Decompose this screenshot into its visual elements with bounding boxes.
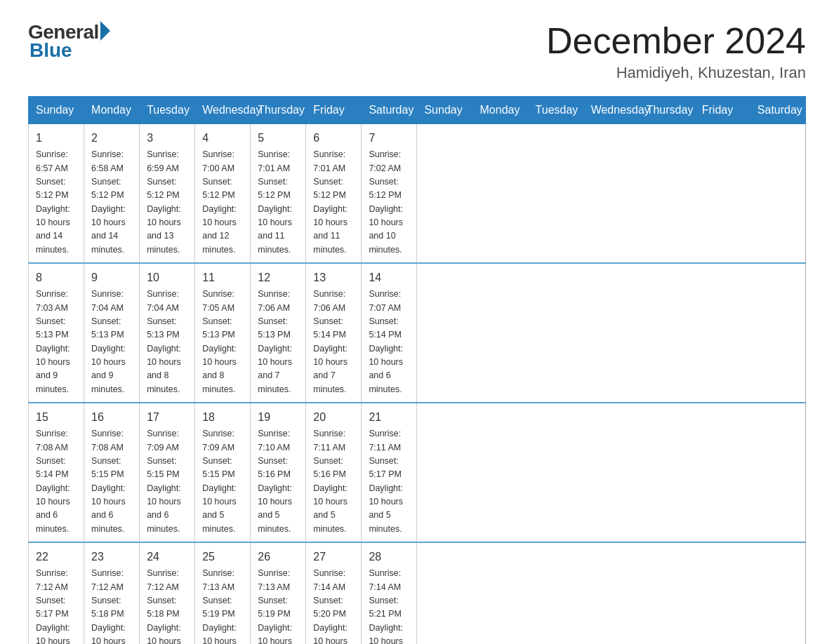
day-number: 10 xyxy=(147,269,187,286)
day-info: Sunrise: 7:13 AMSunset: 5:19 PMDaylight:… xyxy=(258,567,298,644)
day-number: 5 xyxy=(258,130,298,147)
calendar-cell: 3Sunrise: 6:59 AMSunset: 5:12 PMDaylight… xyxy=(140,124,195,264)
day-info: Sunrise: 6:58 AMSunset: 5:12 PMDaylight:… xyxy=(91,148,132,257)
calendar-cell: 15Sunrise: 7:08 AMSunset: 5:14 PMDayligh… xyxy=(29,403,84,542)
day-number: 24 xyxy=(147,549,187,565)
calendar-cell: 12Sunrise: 7:06 AMSunset: 5:13 PMDayligh… xyxy=(251,263,306,403)
day-info: Sunrise: 7:01 AMSunset: 5:12 PMDaylight:… xyxy=(258,148,298,257)
day-number: 25 xyxy=(202,549,243,565)
day-info: Sunrise: 7:04 AMSunset: 5:13 PMDaylight:… xyxy=(91,288,132,396)
day-number: 19 xyxy=(258,409,298,426)
day-info: Sunrise: 7:01 AMSunset: 5:12 PMDaylight:… xyxy=(313,148,354,257)
day-number: 9 xyxy=(91,269,132,286)
day-info: Sunrise: 7:10 AMSunset: 5:16 PMDaylight:… xyxy=(258,427,298,536)
day-info: Sunrise: 7:04 AMSunset: 5:13 PMDaylight:… xyxy=(147,288,187,396)
header-tuesday: Tuesday xyxy=(140,97,195,124)
day-info: Sunrise: 7:14 AMSunset: 5:20 PMDaylight:… xyxy=(313,567,354,644)
day-number: 6 xyxy=(313,130,354,147)
day-number: 18 xyxy=(202,409,243,426)
logo-arrow-icon xyxy=(100,21,110,41)
day-info: Sunrise: 7:12 AMSunset: 5:18 PMDaylight:… xyxy=(91,567,132,644)
calendar-cell: 25Sunrise: 7:13 AMSunset: 5:19 PMDayligh… xyxy=(195,542,251,644)
calendar-header-row: SundayMondayTuesdayWednesdayThursdayFrid… xyxy=(29,97,806,124)
calendar-cell: 11Sunrise: 7:05 AMSunset: 5:13 PMDayligh… xyxy=(195,263,251,403)
calendar-cell: 26Sunrise: 7:13 AMSunset: 5:19 PMDayligh… xyxy=(251,542,306,644)
col-header-thursday: Thursday xyxy=(639,97,694,124)
calendar-cell: 5Sunrise: 7:01 AMSunset: 5:12 PMDaylight… xyxy=(251,124,306,264)
header-saturday: Saturday xyxy=(362,97,417,124)
day-number: 14 xyxy=(369,269,409,286)
calendar-cell: 20Sunrise: 7:11 AMSunset: 5:16 PMDayligh… xyxy=(306,403,362,542)
day-info: Sunrise: 7:06 AMSunset: 5:13 PMDaylight:… xyxy=(258,288,298,396)
calendar-cell: 28Sunrise: 7:14 AMSunset: 5:21 PMDayligh… xyxy=(362,542,417,644)
calendar-cell: 8Sunrise: 7:03 AMSunset: 5:13 PMDaylight… xyxy=(29,263,84,403)
calendar-cell: 7Sunrise: 7:02 AMSunset: 5:12 PMDaylight… xyxy=(362,124,417,264)
day-number: 8 xyxy=(36,269,77,286)
day-number: 17 xyxy=(147,409,187,426)
col-header-sunday: Sunday xyxy=(417,97,472,124)
day-info: Sunrise: 7:09 AMSunset: 5:15 PMDaylight:… xyxy=(202,427,243,536)
week-row-2: 8Sunrise: 7:03 AMSunset: 5:13 PMDaylight… xyxy=(29,263,806,403)
page-header: General Blue December 2024 Hamidiyeh, Kh… xyxy=(28,21,806,82)
day-info: Sunrise: 7:02 AMSunset: 5:12 PMDaylight:… xyxy=(369,148,409,257)
calendar-cell: 17Sunrise: 7:09 AMSunset: 5:15 PMDayligh… xyxy=(140,403,195,542)
day-info: Sunrise: 6:59 AMSunset: 5:12 PMDaylight:… xyxy=(147,148,187,257)
calendar-cell: 18Sunrise: 7:09 AMSunset: 5:15 PMDayligh… xyxy=(195,403,251,542)
header-wednesday: Wednesday xyxy=(195,97,251,124)
location-title: Hamidiyeh, Khuzestan, Iran xyxy=(546,64,806,82)
header-friday: Friday xyxy=(306,97,362,124)
day-number: 21 xyxy=(369,409,409,426)
day-number: 11 xyxy=(202,269,243,286)
calendar-cell: 10Sunrise: 7:04 AMSunset: 5:13 PMDayligh… xyxy=(140,263,195,403)
day-number: 26 xyxy=(258,549,298,565)
calendar-cell: 21Sunrise: 7:11 AMSunset: 5:17 PMDayligh… xyxy=(362,403,417,542)
day-number: 2 xyxy=(91,130,132,147)
calendar-table: SundayMondayTuesdayWednesdayThursdayFrid… xyxy=(28,96,806,644)
day-info: Sunrise: 6:57 AMSunset: 5:12 PMDaylight:… xyxy=(36,148,77,257)
month-title: December 2024 xyxy=(546,21,806,61)
header-thursday: Thursday xyxy=(251,97,306,124)
day-info: Sunrise: 7:12 AMSunset: 5:18 PMDaylight:… xyxy=(147,567,187,644)
col-header-tuesday: Tuesday xyxy=(528,97,583,124)
week-row-1: 1Sunrise: 6:57 AMSunset: 5:12 PMDaylight… xyxy=(29,124,806,264)
calendar-cell: 24Sunrise: 7:12 AMSunset: 5:18 PMDayligh… xyxy=(140,542,195,644)
calendar-cell: 19Sunrise: 7:10 AMSunset: 5:16 PMDayligh… xyxy=(251,403,306,542)
day-info: Sunrise: 7:08 AMSunset: 5:14 PMDaylight:… xyxy=(36,427,77,536)
day-info: Sunrise: 7:08 AMSunset: 5:15 PMDaylight:… xyxy=(91,427,132,536)
day-info: Sunrise: 7:11 AMSunset: 5:17 PMDaylight:… xyxy=(369,427,409,536)
logo-blue-text: Blue xyxy=(29,39,72,62)
day-info: Sunrise: 7:12 AMSunset: 5:17 PMDaylight:… xyxy=(36,567,77,644)
day-number: 4 xyxy=(202,130,243,147)
day-number: 15 xyxy=(36,409,77,426)
day-number: 1 xyxy=(36,130,77,147)
calendar-cell: 14Sunrise: 7:07 AMSunset: 5:14 PMDayligh… xyxy=(362,263,417,403)
day-number: 23 xyxy=(91,549,132,565)
col-header-friday: Friday xyxy=(694,97,750,124)
day-info: Sunrise: 7:05 AMSunset: 5:13 PMDaylight:… xyxy=(202,288,243,396)
day-info: Sunrise: 7:07 AMSunset: 5:14 PMDaylight:… xyxy=(369,288,409,396)
logo: General Blue xyxy=(28,21,110,62)
calendar-cell: 9Sunrise: 7:04 AMSunset: 5:13 PMDaylight… xyxy=(84,263,140,403)
day-info: Sunrise: 7:06 AMSunset: 5:14 PMDaylight:… xyxy=(313,288,354,396)
calendar-cell: 13Sunrise: 7:06 AMSunset: 5:14 PMDayligh… xyxy=(306,263,362,403)
day-number: 27 xyxy=(313,549,354,565)
week-row-4: 22Sunrise: 7:12 AMSunset: 5:17 PMDayligh… xyxy=(29,542,806,644)
week-row-3: 15Sunrise: 7:08 AMSunset: 5:14 PMDayligh… xyxy=(29,403,806,542)
calendar-cell: 16Sunrise: 7:08 AMSunset: 5:15 PMDayligh… xyxy=(84,403,140,542)
header-monday: Monday xyxy=(84,97,140,124)
calendar-cell: 2Sunrise: 6:58 AMSunset: 5:12 PMDaylight… xyxy=(84,124,140,264)
day-number: 13 xyxy=(313,269,354,286)
day-number: 20 xyxy=(313,409,354,426)
day-info: Sunrise: 7:11 AMSunset: 5:16 PMDaylight:… xyxy=(313,427,354,536)
day-number: 7 xyxy=(369,130,409,147)
day-number: 12 xyxy=(258,269,298,286)
col-header-wednesday: Wednesday xyxy=(583,97,639,124)
calendar-cell: 27Sunrise: 7:14 AMSunset: 5:20 PMDayligh… xyxy=(306,542,362,644)
calendar-cell: 4Sunrise: 7:00 AMSunset: 5:12 PMDaylight… xyxy=(195,124,251,264)
day-number: 3 xyxy=(147,130,187,147)
calendar-cell: 23Sunrise: 7:12 AMSunset: 5:18 PMDayligh… xyxy=(84,542,140,644)
calendar-cell: 6Sunrise: 7:01 AMSunset: 5:12 PMDaylight… xyxy=(306,124,362,264)
calendar-cell: 22Sunrise: 7:12 AMSunset: 5:17 PMDayligh… xyxy=(29,542,84,644)
day-info: Sunrise: 7:09 AMSunset: 5:15 PMDaylight:… xyxy=(147,427,187,536)
day-info: Sunrise: 7:13 AMSunset: 5:19 PMDaylight:… xyxy=(202,567,243,644)
